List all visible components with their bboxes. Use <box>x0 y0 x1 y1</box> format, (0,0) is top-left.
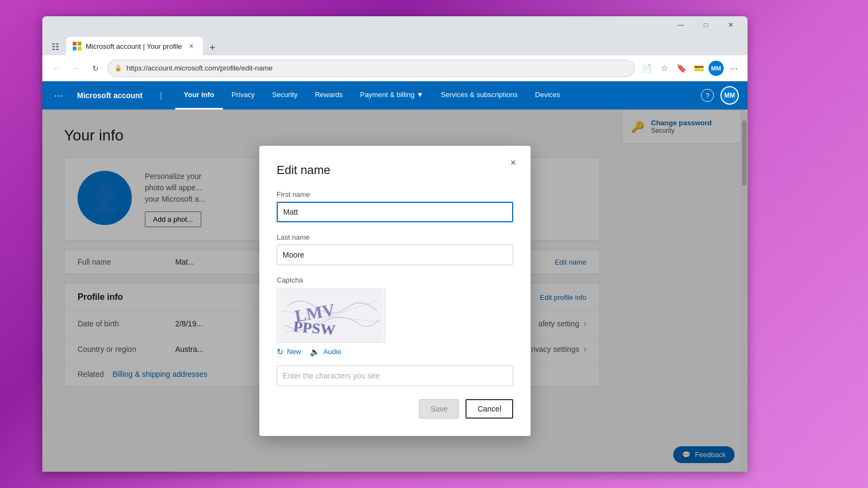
help-button[interactable]: ? <box>701 89 714 102</box>
audio-captcha-icon: 🔈 <box>310 347 320 357</box>
tab-title: Microsoft account | Your profile <box>86 42 182 50</box>
url-text: https://account.microsoft.com/profile/ed… <box>126 64 273 72</box>
save-button[interactable]: Save <box>419 399 459 419</box>
back-button[interactable]: ← <box>49 61 64 76</box>
tab-bar: ☷ Microsoft account | Your profile ✕ + <box>42 34 748 55</box>
nav-services[interactable]: Services & subscriptions <box>432 81 527 110</box>
collections-button[interactable]: 🔖 <box>674 61 689 76</box>
toolbar-icons: 📄 ☆ 🔖 💳 MM ⋯ <box>639 61 741 76</box>
audio-captcha-button[interactable]: 🔈 Audio <box>310 347 341 357</box>
maximize-button[interactable]: □ <box>693 16 718 34</box>
first-name-label: First name <box>277 190 513 198</box>
modal-actions: Save Cancel <box>277 399 513 419</box>
tab-grid-button[interactable]: ☷ <box>47 38 64 55</box>
browser-window: — □ ✕ ☷ Microsoft account | Your profile… <box>42 16 748 472</box>
user-avatar[interactable]: MM <box>720 86 739 105</box>
active-tab[interactable]: Microsoft account | Your profile ✕ <box>66 37 203 55</box>
modal-overlay: Edit name × First name Last name Capt <box>42 110 748 472</box>
wallet-button[interactable]: 💳 <box>691 61 706 76</box>
captcha-image: LMV PPSW <box>277 288 385 343</box>
apps-button[interactable]: ⋯ <box>51 88 66 103</box>
close-button[interactable]: ✕ <box>718 16 743 34</box>
window-controls: — □ ✕ <box>668 16 743 34</box>
cancel-button[interactable]: Cancel <box>465 399 513 419</box>
header-right: ? MM <box>701 86 739 105</box>
audio-captcha-label: Audio <box>323 348 341 356</box>
new-captcha-button[interactable]: ↻ New <box>277 347 301 357</box>
nav-rewards[interactable]: Rewards <box>306 81 351 110</box>
address-input[interactable]: 🔒 https://account.microsoft.com/profile/… <box>107 60 635 77</box>
modal-title: Edit name <box>277 163 513 177</box>
nav-your-info[interactable]: Your info <box>175 81 223 110</box>
last-name-group: Last name <box>277 233 513 265</box>
edit-name-modal: Edit name × First name Last name Capt <box>259 146 531 436</box>
nav-privacy[interactable]: Privacy <box>223 81 264 110</box>
forward-button[interactable]: → <box>68 61 84 76</box>
tab-close-button[interactable]: ✕ <box>187 41 196 51</box>
new-tab-button[interactable]: + <box>205 40 220 55</box>
favorites-button[interactable]: ☆ <box>656 61 672 76</box>
minimize-button[interactable]: — <box>668 16 693 34</box>
nav-security[interactable]: Security <box>263 81 306 110</box>
first-name-group: First name <box>277 190 513 222</box>
last-name-input[interactable] <box>277 245 513 265</box>
captcha-actions: ↻ New 🔈 Audio <box>277 347 513 357</box>
new-captcha-label: New <box>287 348 301 356</box>
main-area: Your info 👤 Personalize yourphoto will a… <box>42 110 748 472</box>
lock-icon: 🔒 <box>114 65 122 72</box>
captcha-label: Captcha <box>277 276 513 284</box>
tab-favicon <box>73 42 81 50</box>
captcha-group: Captcha <box>277 276 513 386</box>
ms-nav: Your info Privacy Security Rewards Payme… <box>175 81 569 110</box>
nav-devices[interactable]: Devices <box>526 81 569 110</box>
more-options-button[interactable]: ⋯ <box>726 61 741 76</box>
last-name-label: Last name <box>277 233 513 241</box>
reader-view-button[interactable]: 📄 <box>639 61 654 76</box>
browser-profile-button[interactable]: MM <box>709 61 724 76</box>
refresh-captcha-icon: ↻ <box>277 347 284 357</box>
captcha-svg: LMV PPSW <box>279 290 382 341</box>
ms-logo: Microsoft account <box>77 91 143 100</box>
nav-payment[interactable]: Payment & billing ▼ <box>352 81 432 110</box>
first-name-input[interactable] <box>277 202 513 222</box>
modal-close-button[interactable]: × <box>505 155 522 172</box>
titlebar: — □ ✕ <box>42 16 748 34</box>
captcha-input[interactable] <box>277 365 513 386</box>
ms-header: ⋯ Microsoft account | Your info Privacy … <box>42 81 748 110</box>
refresh-button[interactable]: ↻ <box>88 61 103 76</box>
address-bar: ← → ↻ 🔒 https://account.microsoft.com/pr… <box>42 55 748 81</box>
page-content: ⋯ Microsoft account | Your info Privacy … <box>42 81 748 472</box>
